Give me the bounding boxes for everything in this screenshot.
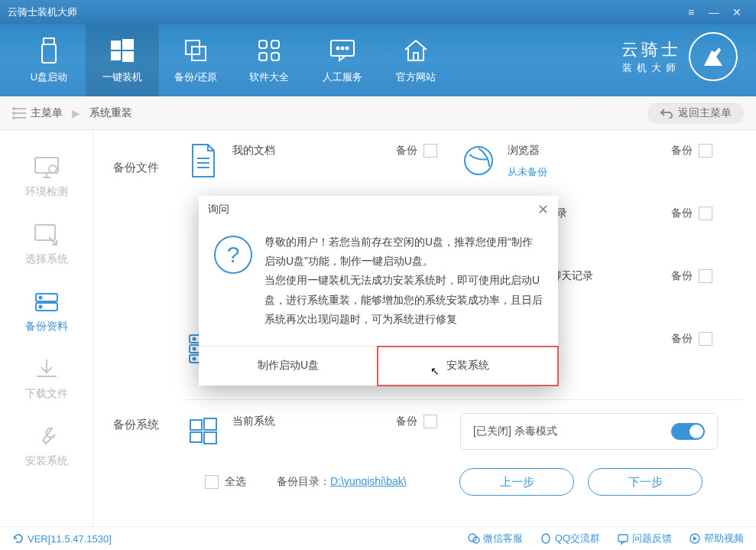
refresh-icon bbox=[12, 532, 24, 545]
brand-title: 云骑士 bbox=[621, 38, 681, 61]
nav-label: U盘启动 bbox=[31, 70, 67, 84]
dialog-text: 尊敬的用户！若您当前存在空闲的U盘，推荐您使用“制作启动U盘”功能，制作一键启动… bbox=[264, 233, 543, 329]
item-docs: 我的文档 备份 bbox=[185, 142, 460, 179]
section-files-label: 备份文件 bbox=[113, 161, 159, 175]
feedback-icon bbox=[617, 532, 629, 545]
svg-rect-11 bbox=[271, 53, 279, 60]
sidebar: 环境检测 选择系统 备份资料 下载文件 安装系统 bbox=[0, 130, 93, 526]
dialog-title: 询问 bbox=[208, 203, 229, 216]
nav-support[interactable]: 人工服务 bbox=[306, 24, 379, 96]
dialog-close-icon[interactable]: ✕ bbox=[537, 201, 549, 218]
home-icon bbox=[402, 37, 430, 64]
app-title: 云骑士装机大师 bbox=[8, 5, 77, 19]
checkbox-qq[interactable] bbox=[699, 207, 712, 220]
checkbox-browser[interactable] bbox=[699, 144, 712, 158]
nav-label: 一键装机 bbox=[102, 70, 142, 84]
prev-button[interactable]: 上一步 bbox=[459, 468, 574, 496]
windows-tiles-icon bbox=[185, 413, 222, 450]
checkbox-hw[interactable] bbox=[699, 332, 712, 346]
qq-icon bbox=[540, 532, 552, 545]
footer: VER[11.5.47.1530] 微信客服 QQ交流群 问题反馈 帮助视频 bbox=[0, 526, 756, 550]
minimize-icon[interactable]: — bbox=[702, 6, 725, 18]
nav-software[interactable]: 软件大全 bbox=[232, 24, 306, 96]
version[interactable]: VER[11.5.47.1530] bbox=[12, 532, 112, 545]
antivirus-panel: [已关闭] 杀毒模式 bbox=[460, 413, 718, 450]
svg-rect-4 bbox=[111, 51, 121, 60]
monitor-gear-icon bbox=[34, 156, 60, 179]
dialog: 询问 ✕ ? 尊敬的用户！若您当前存在空闲的U盘，推荐您使用“制作启动U盘”功能… bbox=[199, 196, 558, 386]
top-nav: U盘启动 一键装机 备份/还原 软件大全 人工服务 官方网站 云骑士 装机大师 bbox=[0, 24, 756, 96]
svg-rect-34 bbox=[190, 420, 202, 430]
svg-point-30 bbox=[193, 358, 196, 360]
svg-point-14 bbox=[342, 47, 344, 50]
svg-point-13 bbox=[337, 47, 339, 50]
nav-label: 软件大全 bbox=[249, 70, 289, 84]
nav-label: 人工服务 bbox=[323, 70, 362, 84]
antivirus-toggle[interactable] bbox=[671, 423, 705, 440]
close-icon[interactable]: ✕ bbox=[725, 6, 748, 18]
nav-label: 官方网站 bbox=[396, 70, 436, 84]
wechat-icon bbox=[468, 532, 480, 545]
download-icon bbox=[34, 358, 60, 381]
sidebar-item-select[interactable]: 选择系统 bbox=[0, 211, 92, 278]
svg-rect-3 bbox=[122, 39, 134, 50]
footer-feedback[interactable]: 问题反馈 bbox=[617, 532, 672, 545]
nav-oneclick[interactable]: 一键装机 bbox=[86, 24, 159, 96]
knight-emblem-icon bbox=[689, 32, 738, 81]
breadcrumb-root[interactable]: 主菜单 bbox=[12, 106, 63, 120]
install-system-button[interactable]: 安装系统 bbox=[377, 346, 559, 386]
next-button[interactable]: 下一步 bbox=[588, 468, 702, 496]
select-all[interactable]: 全选 bbox=[205, 475, 246, 489]
checkbox-selectall[interactable] bbox=[205, 475, 219, 489]
apps-icon bbox=[255, 37, 283, 64]
menu-icon[interactable]: ≡ bbox=[680, 6, 702, 18]
wrench-icon bbox=[34, 425, 60, 448]
select-icon bbox=[34, 223, 60, 246]
list-icon bbox=[12, 108, 26, 119]
sidebar-item-install[interactable]: 安装系统 bbox=[0, 413, 92, 480]
drive-icon bbox=[34, 291, 60, 314]
item-cursys: 当前系统 备份 bbox=[185, 413, 460, 450]
svg-rect-5 bbox=[122, 51, 134, 62]
svg-rect-35 bbox=[204, 418, 216, 430]
sidebar-item-backup[interactable]: 备份资料 bbox=[0, 278, 92, 346]
titlebar: 云骑士装机大师 ≡ — ✕ bbox=[0, 0, 756, 24]
svg-point-29 bbox=[193, 348, 196, 350]
chat-icon bbox=[329, 37, 356, 64]
footer-help[interactable]: 帮助视频 bbox=[689, 532, 744, 545]
footer-wechat[interactable]: 微信客服 bbox=[468, 532, 523, 545]
antivirus-label: [已关闭] 杀毒模式 bbox=[473, 425, 557, 438]
nav-backup[interactable]: 备份/还原 bbox=[159, 24, 232, 96]
svg-point-40 bbox=[542, 534, 550, 543]
return-main-button[interactable]: 返回主菜单 bbox=[647, 103, 744, 124]
svg-rect-2 bbox=[111, 41, 121, 50]
checkbox-ww[interactable] bbox=[699, 269, 712, 283]
footer-qq[interactable]: QQ交流群 bbox=[540, 532, 600, 545]
windows-icon bbox=[109, 37, 136, 64]
svg-point-15 bbox=[346, 47, 349, 50]
make-usb-button[interactable]: 制作启动U盘 bbox=[199, 347, 378, 386]
document-icon bbox=[185, 142, 222, 179]
svg-rect-9 bbox=[271, 41, 279, 48]
checkbox-docs[interactable] bbox=[423, 144, 437, 158]
svg-rect-36 bbox=[190, 432, 202, 442]
bottom-controls: 全选 备份目录：D:\yunqishi\bak\ 上一步 下一步 bbox=[113, 462, 741, 496]
breadcrumb-page: 系统重装 bbox=[89, 106, 132, 120]
nav-website[interactable]: 官方网站 bbox=[379, 24, 453, 96]
svg-rect-1 bbox=[42, 44, 56, 63]
svg-point-22 bbox=[39, 297, 41, 299]
brand-subtitle: 装机大师 bbox=[621, 61, 681, 75]
nav-usb[interactable]: U盘启动 bbox=[12, 24, 86, 96]
nav-label: 备份/还原 bbox=[174, 70, 217, 84]
checkbox-cursys[interactable] bbox=[423, 415, 437, 428]
item-browser: 浏览器从未备份 备份 bbox=[460, 142, 735, 179]
svg-rect-19 bbox=[35, 225, 55, 240]
sidebar-item-env[interactable]: 环境检测 bbox=[0, 144, 92, 211]
help-video-icon bbox=[689, 532, 701, 545]
sidebar-item-download[interactable]: 下载文件 bbox=[0, 346, 92, 413]
section-system-label: 备份系统 bbox=[113, 418, 159, 432]
backup-dir-link[interactable]: D:\yunqishi\bak\ bbox=[330, 475, 407, 487]
brand: 云骑士 装机大师 bbox=[621, 32, 738, 81]
question-icon: ? bbox=[214, 236, 252, 274]
browser-icon bbox=[460, 142, 497, 179]
